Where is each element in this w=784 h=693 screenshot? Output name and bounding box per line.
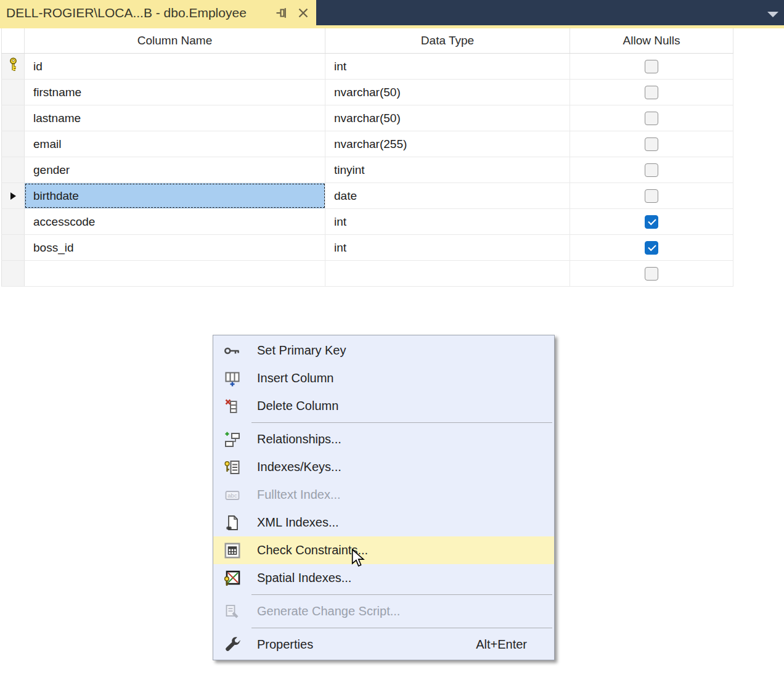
svg-text:abc: abc [227,492,237,499]
row-header[interactable] [1,157,25,182]
cell-column-name[interactable]: email [25,131,325,157]
cell-allow-nulls [570,105,733,131]
generate-change-script-icon [213,603,251,620]
cell-data-type[interactable]: nvarchar(50) [325,105,570,131]
allow-nulls-checkbox[interactable] [645,112,658,125]
cell-allow-nulls [570,157,733,182]
cell-column-name[interactable]: accesscode [25,209,325,234]
table-row: email nvarchar(255) [1,131,733,157]
cell-data-type[interactable] [325,261,570,286]
header-allow-nulls: Allow Nulls [570,28,733,53]
properties-icon [213,636,251,654]
allow-nulls-checkbox[interactable] [645,137,658,151]
table-row: gender tinyint [1,157,733,183]
window-list-dropdown-icon[interactable] [767,9,779,16]
tab-dbo-employee[interactable]: DELL-ROGIER\LOCA...B - dbo.Employee [0,0,316,25]
menu-item-relationships[interactable]: Relationships... [213,425,554,453]
tab-title: DELL-ROGIER\LOCA...B - dbo.Employee [6,6,247,20]
cell-allow-nulls [570,235,733,260]
insert-column-icon [213,370,251,387]
allow-nulls-checkbox[interactable] [645,267,658,281]
fulltext-index-icon: abc [213,486,251,504]
menu-item-check-constraints[interactable]: Check Constraints... [213,536,554,564]
cell-allow-nulls [570,54,733,79]
cell-allow-nulls [570,80,733,105]
row-header[interactable] [1,54,25,79]
header-column-name: Column Name [25,28,325,53]
cell-column-name[interactable]: lastname [25,105,325,131]
xml-indexes-icon [213,514,251,531]
relationships-icon [213,431,251,448]
row-header[interactable] [1,131,25,157]
table-row: boss_id int [1,235,733,261]
grid-corner-cell [1,28,25,53]
cell-data-type[interactable]: tinyint [325,157,570,182]
allow-nulls-checkbox[interactable] [645,189,658,203]
cell-allow-nulls [570,261,733,286]
table-row-empty [1,261,733,287]
delete-column-icon [213,398,251,415]
cell-column-name[interactable]: firstname [25,80,325,105]
row-header[interactable] [1,105,25,131]
cell-data-type[interactable]: int [325,54,570,79]
cell-data-type[interactable]: int [325,235,570,260]
menu-separator [251,422,552,423]
cell-column-name[interactable]: boss_id [25,235,325,260]
grid-header-row: Column Name Data Type Allow Nulls [1,28,733,54]
cell-data-type[interactable]: nvarchar(255) [325,131,570,157]
cell-data-type[interactable]: int [325,209,570,234]
menu-separator [251,628,552,628]
header-data-type: Data Type [325,28,570,53]
allow-nulls-checkbox[interactable] [645,163,658,177]
cell-column-name[interactable]: id [25,54,325,79]
primary-key-icon [213,342,251,359]
check-constraints-icon [213,542,251,559]
cell-allow-nulls [570,183,733,208]
menu-item-properties[interactable]: Properties Alt+Enter [213,631,554,658]
indexes-keys-icon [213,459,251,476]
cell-data-type[interactable]: date [325,183,570,208]
cell-column-name[interactable] [25,261,325,286]
menu-item-delete-column[interactable]: Delete Column [213,392,554,420]
table-row: firstname nvarchar(50) [1,80,733,105]
row-header[interactable] [1,209,25,234]
allow-nulls-checkbox[interactable] [645,215,658,229]
menu-item-set-primary-key[interactable]: Set Primary Key [213,337,554,364]
cell-allow-nulls [570,131,733,157]
allow-nulls-checkbox[interactable] [645,86,658,99]
pin-icon[interactable] [275,6,288,20]
row-header[interactable] [1,261,25,286]
document-tab-bar: DELL-ROGIER\LOCA...B - dbo.Employee [0,0,784,25]
current-row-marker-icon [10,192,16,200]
primary-key-icon [9,57,18,75]
row-header[interactable] [1,235,25,260]
close-icon[interactable] [296,6,310,20]
row-header[interactable] [1,183,25,208]
table-row: accesscode int [1,209,733,235]
menu-item-insert-column[interactable]: Insert Column [213,364,554,392]
table-row: id int [1,54,733,80]
cell-data-type[interactable]: nvarchar(50) [325,80,570,105]
menu-item-indexes-keys[interactable]: Indexes/Keys... [213,453,554,481]
menu-shortcut: Alt+Enter [476,638,527,652]
row-header[interactable] [1,80,25,105]
cell-column-name[interactable]: birthdate [25,183,325,208]
cell-allow-nulls [570,209,733,234]
table-designer-grid: Column Name Data Type Allow Nulls id int… [1,28,733,287]
allow-nulls-checkbox[interactable] [645,60,658,73]
spatial-indexes-icon [213,570,251,587]
menu-item-spatial-indexes[interactable]: Spatial Indexes... [213,564,554,592]
menu-item-generate-change-script: Generate Change Script... [213,597,554,625]
menu-item-fulltext-index: abc Fulltext Index... [213,481,554,509]
cell-column-name[interactable]: gender [25,157,325,182]
designer-context-menu: Set Primary Key Insert Column Delete Col… [213,335,555,660]
menu-item-xml-indexes[interactable]: XML Indexes... [213,509,554,536]
menu-separator [251,594,552,595]
table-row: lastname nvarchar(50) [1,105,733,131]
allow-nulls-checkbox[interactable] [645,241,658,255]
table-row-selected: birthdate date [1,183,733,209]
